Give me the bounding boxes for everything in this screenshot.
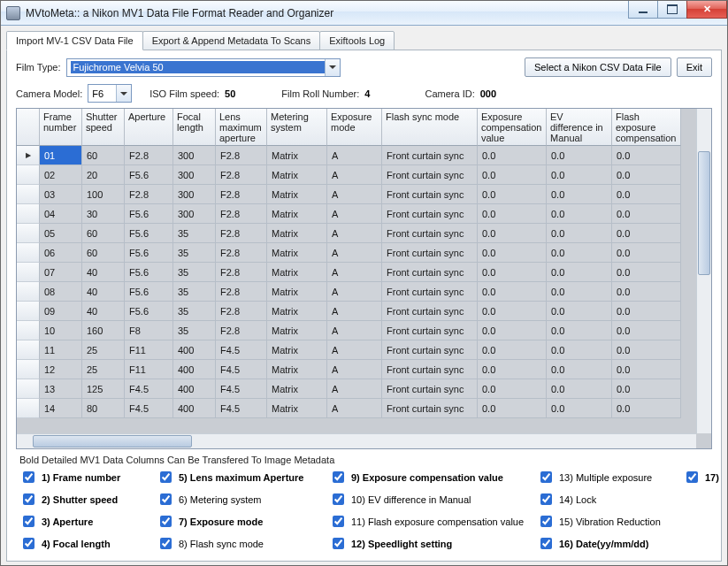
grid-cell[interactable]: 0.0	[612, 302, 681, 321]
horizontal-scrollbar[interactable]	[17, 433, 696, 448]
grid-cell[interactable]: A	[327, 165, 382, 185]
row-header[interactable]	[17, 379, 40, 399]
grid-cell[interactable]: 04	[40, 204, 82, 224]
checkbox-input[interactable]	[23, 516, 34, 527]
grid-cell[interactable]: 25	[82, 360, 125, 379]
grid-cell[interactable]: 0.0	[612, 224, 681, 243]
checkbox-input[interactable]	[333, 538, 344, 549]
grid-cell[interactable]: Matrix	[267, 321, 327, 340]
grid-cell[interactable]: 05	[40, 224, 82, 243]
grid-cell[interactable]: F4.5	[216, 360, 267, 379]
grid-cell[interactable]: F5.6	[125, 224, 173, 243]
grid-cell[interactable]: Matrix	[267, 224, 327, 243]
grid-cell[interactable]: 300	[173, 146, 216, 165]
close-button[interactable]	[686, 1, 727, 19]
grid-cell[interactable]: F4.5	[216, 399, 267, 418]
grid-cell[interactable]: F5.6	[125, 302, 173, 321]
column-checkbox[interactable]: 14) Lock	[537, 491, 683, 508]
grid-cell[interactable]: 0.0	[547, 321, 612, 340]
column-header[interactable]: Metering system	[267, 109, 327, 146]
grid-cell[interactable]: Front curtain sync	[382, 340, 478, 360]
grid-cell[interactable]: F4.5	[125, 379, 173, 399]
grid-cell[interactable]: Matrix	[267, 302, 327, 321]
maximize-button[interactable]	[657, 1, 687, 19]
grid-cell[interactable]: 10	[40, 321, 82, 340]
row-header[interactable]	[17, 224, 40, 243]
column-header[interactable]: Lens maximum aperture	[216, 109, 267, 146]
film-type-select[interactable]: Fujichrome Velvia 50	[66, 58, 341, 77]
grid-cell[interactable]: 02	[40, 165, 82, 185]
grid-cell[interactable]: A	[327, 146, 382, 165]
grid-cell[interactable]: 0.0	[478, 399, 547, 418]
grid-cell[interactable]: 0.0	[612, 379, 681, 399]
grid-cell[interactable]: 0.0	[547, 243, 612, 263]
grid-cell[interactable]: F2.8	[216, 204, 267, 224]
grid-cell[interactable]: F5.6	[125, 204, 173, 224]
column-checkbox[interactable]: 17) Time	[683, 469, 722, 486]
grid-cell[interactable]: 0.0	[547, 146, 612, 165]
grid-cell[interactable]: 08	[40, 282, 82, 302]
grid-cell[interactable]: 0.0	[612, 243, 681, 263]
checkbox-input[interactable]	[23, 471, 34, 483]
grid-cell[interactable]: 80	[82, 399, 125, 418]
grid-cell[interactable]: Matrix	[267, 379, 327, 399]
grid-cell[interactable]: 12	[40, 360, 82, 379]
row-header[interactable]	[17, 282, 40, 302]
grid-cell[interactable]: 35	[173, 263, 216, 282]
grid-cell[interactable]: F2.8	[216, 302, 267, 321]
grid-cell[interactable]: 300	[173, 185, 216, 204]
row-header[interactable]	[17, 399, 40, 418]
grid-cell[interactable]: Front curtain sync	[382, 399, 478, 418]
grid-cell[interactable]: Matrix	[267, 360, 327, 379]
column-checkbox[interactable]: 13) Multiple exposure	[537, 469, 683, 486]
grid-cell[interactable]: F4.5	[216, 379, 267, 399]
grid-cell[interactable]: Matrix	[267, 399, 327, 418]
data-grid[interactable]: Frame numberShutter speedApertureFocal l…	[16, 108, 712, 449]
row-header[interactable]	[17, 146, 40, 165]
grid-cell[interactable]: F4.5	[216, 340, 267, 360]
grid-cell[interactable]: Front curtain sync	[382, 224, 478, 243]
grid-cell[interactable]: 07	[40, 263, 82, 282]
grid-cell[interactable]: Front curtain sync	[382, 360, 478, 379]
grid-cell[interactable]: 0.0	[478, 360, 547, 379]
vertical-scrollbar[interactable]	[696, 109, 711, 433]
grid-cell[interactable]: F2.8	[216, 243, 267, 263]
grid-cell[interactable]: F2.8	[216, 321, 267, 340]
column-header[interactable]: Focal length	[173, 109, 216, 146]
grid-cell[interactable]: Matrix	[267, 340, 327, 360]
grid-cell[interactable]: 30	[82, 204, 125, 224]
column-checkbox[interactable]: 2) Shutter speed	[19, 491, 157, 508]
checkbox-input[interactable]	[540, 471, 552, 483]
column-checkbox[interactable]: 11) Flash exposure compensation value	[329, 513, 537, 530]
grid-cell[interactable]: Front curtain sync	[382, 282, 478, 302]
grid-cell[interactable]: F5.6	[125, 165, 173, 185]
grid-cell[interactable]: 11	[40, 340, 82, 360]
column-checkbox[interactable]: 3) Aperture	[19, 513, 157, 530]
grid-cell[interactable]: 0.0	[547, 340, 612, 360]
tab-import-csv[interactable]: Import MV-1 CSV Data File	[6, 31, 143, 50]
grid-cell[interactable]: 300	[173, 165, 216, 185]
grid-cell[interactable]: A	[327, 282, 382, 302]
grid-cell[interactable]: 0.0	[547, 379, 612, 399]
grid-cell[interactable]: 40	[82, 263, 125, 282]
column-checkbox[interactable]: 9) Exposure compensation value	[329, 469, 537, 486]
grid-cell[interactable]: 0.0	[612, 263, 681, 282]
grid-cell[interactable]: Front curtain sync	[382, 263, 478, 282]
grid-cell[interactable]: Matrix	[267, 146, 327, 165]
grid-cell[interactable]: 100	[82, 185, 125, 204]
grid-cell[interactable]: 25	[82, 340, 125, 360]
grid-cell[interactable]: F2.8	[216, 282, 267, 302]
row-header[interactable]	[17, 321, 40, 340]
grid-cell[interactable]: 60	[82, 146, 125, 165]
grid-cell[interactable]: 20	[82, 165, 125, 185]
row-header[interactable]	[17, 165, 40, 185]
grid-cell[interactable]: Front curtain sync	[382, 165, 478, 185]
grid-cell[interactable]: 0.0	[547, 165, 612, 185]
grid-cell[interactable]: 400	[173, 360, 216, 379]
column-header[interactable]: Exposure mode	[327, 109, 382, 146]
grid-cell[interactable]: F2.8	[216, 263, 267, 282]
grid-cell[interactable]: 0.0	[547, 360, 612, 379]
column-checkbox[interactable]: 10) EV difference in Manual	[329, 491, 537, 508]
grid-cell[interactable]: A	[327, 360, 382, 379]
column-checkbox[interactable]: 6) Metering system	[157, 491, 329, 508]
